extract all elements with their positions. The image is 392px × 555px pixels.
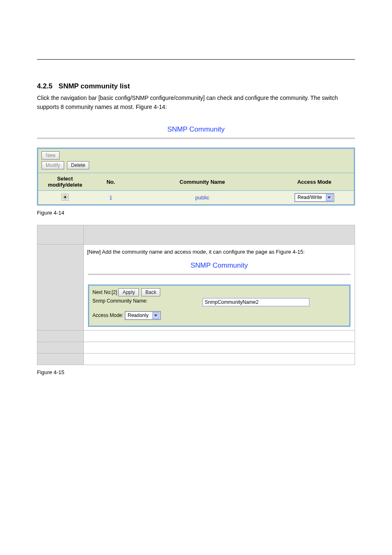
- fig1-title: SNMP Community: [37, 124, 355, 138]
- fig2-title: SNMP Community: [88, 261, 350, 274]
- instr-key-modify: Modify: [37, 331, 84, 342]
- figure-snmp-community-list: SNMP Community New Modify Delete Select …: [37, 124, 355, 216]
- fig2-next-no: Next No:[2]: [92, 289, 117, 295]
- figure-snmp-community-new: SNMP Community Next No:[2] Apply Back Sn…: [88, 261, 350, 327]
- col-access-mode: Access Mode: [275, 173, 354, 191]
- delete-button[interactable]: Delete: [67, 161, 90, 169]
- row-access-mode-select[interactable]: Read/Write: [295, 193, 334, 202]
- community-table: Select modify/delete No. Community Name …: [38, 173, 354, 204]
- fig1-divider: [37, 138, 355, 139]
- back-button[interactable]: Back: [141, 288, 161, 296]
- instr-row-modify: Modify [Modify] Set the access mode of e…: [37, 331, 355, 342]
- instr-val-modify: [Modify] Set the access mode of existing…: [84, 331, 355, 342]
- col-select: Select modify/delete: [38, 173, 92, 191]
- instr-val-access: Readonly / Read write mode: [84, 354, 355, 365]
- instr-header-desc: description: [84, 225, 355, 245]
- table-row: 1 public Read/Write: [38, 191, 354, 205]
- instr-row-delete: Delete [Delete] Delete the selected comm…: [37, 342, 355, 354]
- section-number: 4.2.5: [37, 82, 53, 90]
- fig2-mode-label: Access Mode:: [92, 312, 123, 318]
- fig2-name-input[interactable]: SnmpCommunityName2: [203, 298, 309, 306]
- instr-header-label: label: [37, 225, 84, 245]
- row-access-mode-value: Read/Write: [297, 194, 322, 200]
- col-community-name: Community Name: [130, 173, 275, 191]
- instr-header-row: label description: [37, 225, 355, 245]
- instr-new-text: [New] Add the community name and access …: [87, 249, 351, 255]
- fig2-row-name: Snmp Community Name: SnmpCommunityName2: [92, 298, 346, 306]
- instr-row-access: Access Mode Readonly / Read write mode: [37, 354, 355, 365]
- fig2-row-top: Next No:[2] Apply Back: [92, 288, 346, 296]
- instr-key-new: New: [37, 245, 84, 331]
- fig2-panel: Next No:[2] Apply Back Snmp Community Na…: [88, 284, 350, 327]
- instr-val-delete: [Delete] Delete the selected community.: [84, 342, 355, 354]
- row-no: 1: [92, 191, 130, 205]
- fig2-mode-value: Readonly: [128, 312, 149, 318]
- fig1-toolbar: New Modify Delete: [38, 149, 354, 173]
- chevron-down-icon: [152, 312, 159, 319]
- section-title: SNMP community list: [59, 82, 130, 90]
- fig1-panel: New Modify Delete Select modify/delete N…: [37, 148, 355, 206]
- new-button[interactable]: New: [42, 151, 60, 160]
- instr-val-new: [New] Add the community name and access …: [84, 245, 355, 331]
- fig2-divider: [88, 274, 350, 275]
- fig2-mode-select[interactable]: Readonly: [125, 311, 161, 320]
- row-community-name[interactable]: public: [130, 191, 275, 205]
- fig1-caption: Figure 4-14: [37, 210, 355, 216]
- modify-button[interactable]: Modify: [42, 161, 64, 169]
- header-divider: [37, 59, 355, 60]
- fig2-caption: Figure 4-15: [37, 369, 355, 375]
- chevron-down-icon: [326, 194, 333, 201]
- apply-button[interactable]: Apply: [118, 288, 139, 296]
- row-select-radio[interactable]: [62, 194, 69, 201]
- col-no: No.: [92, 173, 130, 191]
- instruction-table: label description New [New] Add the comm…: [37, 225, 355, 365]
- row-access-mode-cell: Read/Write: [275, 191, 354, 205]
- instr-key-access: Access Mode: [37, 354, 84, 365]
- section-text-1: Click the navigation bar [basic config/S…: [37, 94, 355, 111]
- fig2-row-mode: Access Mode: Readonly: [92, 311, 346, 320]
- fig2-name-label: Snmp Community Name:: [92, 298, 201, 304]
- table-header-row: Select modify/delete No. Community Name …: [38, 173, 354, 191]
- section-heading: 4.2.5 SNMP community list: [37, 82, 355, 90]
- instr-row-new: New [New] Add the community name and acc…: [37, 245, 355, 331]
- row-select-radio-cell: [38, 191, 92, 205]
- instr-key-delete: Delete: [37, 342, 84, 354]
